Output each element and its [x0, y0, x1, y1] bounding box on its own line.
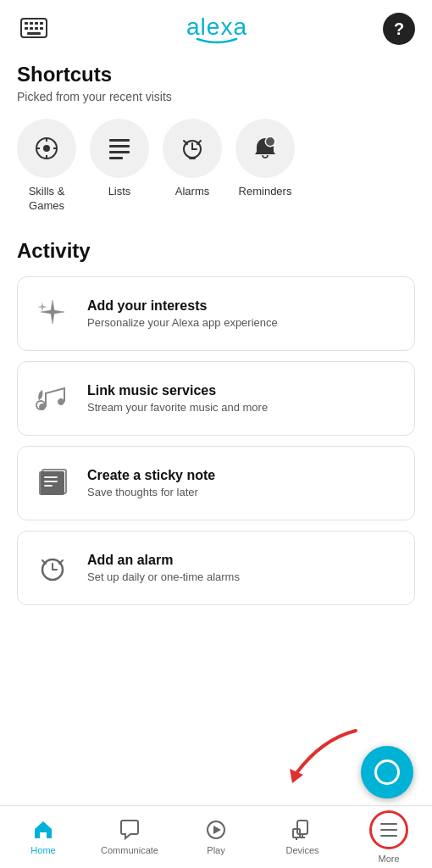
activity-section: Activity Add your interests Personalize … — [17, 239, 415, 605]
more-circle-highlight — [369, 810, 408, 849]
shortcut-circle-reminders — [235, 119, 295, 178]
card-text-note: Create a sticky note Save thoughts for l… — [87, 468, 401, 498]
svg-rect-1 — [25, 22, 28, 25]
svg-rect-12 — [109, 139, 130, 142]
activity-card-note[interactable]: Create a sticky note Save thoughts for l… — [17, 446, 415, 520]
nav-label-more: More — [378, 854, 399, 864]
play-icon — [205, 819, 227, 841]
svg-rect-2 — [30, 22, 33, 25]
card-subtitle-alarm: Set up daily or one-time alarms — [87, 570, 401, 583]
alarm-icon — [31, 547, 74, 589]
card-text-music: Link music services Stream your favorite… — [87, 383, 401, 414]
nav-item-more[interactable]: More — [346, 806, 432, 868]
svg-rect-8 — [40, 27, 43, 30]
communicate-icon — [119, 819, 141, 841]
svg-rect-30 — [297, 821, 307, 834]
shortcuts-grid: Skills &Games Lists — [17, 119, 415, 214]
devices-icon — [291, 819, 313, 841]
main-content: Shortcuts Picked from your recent visits… — [0, 54, 432, 673]
note-icon — [31, 462, 74, 504]
sparkle-icon — [31, 292, 74, 335]
card-title-note: Create a sticky note — [87, 468, 401, 483]
svg-point-18 — [266, 137, 274, 146]
svg-rect-13 — [109, 145, 130, 147]
svg-rect-15 — [109, 157, 123, 159]
card-subtitle-note: Save thoughts for later — [87, 486, 401, 498]
activity-cards: Add your interests Personalize your Alex… — [17, 276, 415, 605]
svg-rect-5 — [25, 27, 28, 30]
nav-label-devices: Devices — [285, 845, 318, 855]
app-header: alexa ? — [0, 0, 432, 54]
shortcut-label-alarms: Alarms — [175, 185, 209, 199]
svg-rect-22 — [41, 471, 64, 495]
svg-rect-14 — [109, 151, 130, 153]
shortcuts-section: Shortcuts Picked from your recent visits… — [17, 63, 415, 214]
svg-rect-7 — [35, 27, 38, 30]
svg-rect-4 — [40, 22, 43, 25]
svg-rect-25 — [44, 485, 53, 487]
nav-item-play[interactable]: Play — [173, 806, 259, 868]
shortcut-circle-skills — [17, 119, 76, 178]
nav-label-home: Home — [30, 845, 55, 855]
card-title-interests: Add your interests — [87, 298, 401, 314]
shortcuts-title: Shortcuts — [17, 63, 415, 86]
svg-rect-6 — [30, 27, 33, 30]
shortcut-label-skills: Skills &Games — [29, 185, 65, 214]
shortcut-skills-games[interactable]: Skills &Games — [17, 119, 76, 214]
activity-card-interests[interactable]: Add your interests Personalize your Alex… — [17, 276, 415, 351]
card-subtitle-interests: Personalize your Alexa app experience — [87, 316, 401, 329]
svg-point-11 — [43, 145, 50, 152]
alexa-voice-button[interactable] — [361, 746, 413, 798]
svg-rect-24 — [44, 481, 58, 482]
shortcut-lists[interactable]: Lists — [90, 119, 149, 214]
card-subtitle-music: Stream your favorite music and more — [87, 401, 401, 414]
alexa-voice-indicator — [374, 760, 400, 785]
activity-card-music[interactable]: Link music services Stream your favorite… — [17, 361, 415, 436]
shortcut-alarms[interactable]: Alarms — [163, 119, 222, 214]
svg-rect-9 — [27, 32, 41, 35]
card-text-interests: Add your interests Personalize your Alex… — [87, 298, 401, 329]
nav-item-home[interactable]: Home — [0, 806, 86, 868]
help-icon[interactable]: ? — [383, 13, 415, 45]
activity-card-alarm[interactable]: Add an alarm Set up daily or one-time al… — [17, 531, 415, 605]
nav-label-play: Play — [207, 845, 224, 855]
svg-marker-29 — [213, 826, 221, 834]
alexa-logo: alexa — [186, 14, 247, 44]
svg-marker-27 — [290, 769, 303, 783]
shortcuts-subtitle: Picked from your recent visits — [17, 90, 415, 103]
music-icon — [31, 377, 74, 420]
home-icon — [32, 819, 54, 841]
nav-item-devices[interactable]: Devices — [259, 806, 346, 868]
shortcut-label-lists: Lists — [108, 185, 131, 199]
shortcut-reminders[interactable]: Reminders — [235, 119, 295, 214]
more-icon — [369, 810, 408, 849]
svg-rect-23 — [44, 476, 58, 478]
svg-rect-3 — [35, 22, 38, 25]
shortcut-circle-lists — [90, 119, 149, 178]
activity-title: Activity — [17, 239, 415, 263]
shortcut-label-reminders: Reminders — [239, 185, 292, 199]
card-title-alarm: Add an alarm — [87, 553, 401, 568]
bottom-navigation: Home Communicate Play Devices — [0, 805, 432, 868]
card-title-music: Link music services — [87, 383, 401, 398]
nav-item-communicate[interactable]: Communicate — [86, 806, 173, 868]
nav-label-communicate: Communicate — [101, 845, 158, 855]
keyboard-icon[interactable] — [17, 12, 51, 46]
shortcut-circle-alarms — [163, 119, 222, 178]
red-arrow-annotation — [271, 722, 373, 793]
card-text-alarm: Add an alarm Set up daily or one-time al… — [87, 553, 401, 583]
